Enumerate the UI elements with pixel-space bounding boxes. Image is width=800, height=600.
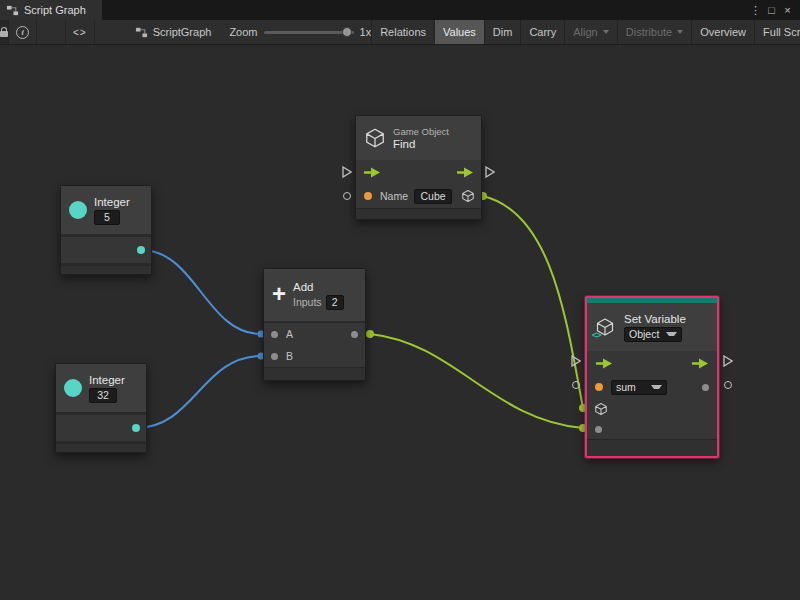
node-footer <box>356 208 481 219</box>
node-title: Set Variable <box>624 313 686 325</box>
relations-button[interactable]: Relations <box>371 20 434 44</box>
node-title: Integer <box>94 196 130 208</box>
value-input-port[interactable] <box>343 192 351 200</box>
node-footer <box>61 265 151 274</box>
chevron-down-icon <box>666 332 677 336</box>
lock-icon <box>0 31 8 37</box>
button-label: Carry <box>529 26 556 38</box>
chevron-down-icon <box>677 30 683 34</box>
chevron-down-icon <box>603 30 609 34</box>
game-object-output-port[interactable] <box>461 189 475 203</box>
button-label: Values <box>443 26 476 38</box>
button-label: Relations <box>380 26 426 38</box>
add-output-port[interactable] <box>351 331 358 338</box>
node-title: Add <box>293 281 344 293</box>
variable-name-value: sum <box>616 381 636 393</box>
dim-button[interactable]: Dim <box>484 20 521 44</box>
flow-out-arrow-icon[interactable] <box>456 167 474 178</box>
values-button[interactable]: Values <box>434 20 484 44</box>
graph-toolbar: i <> ScriptGraph Zoom 1x Relations Value… <box>0 20 800 45</box>
lock-button[interactable] <box>0 20 9 44</box>
set-variable-icon: <> <box>595 317 617 337</box>
window-controls: ⋮ □ × <box>748 0 800 20</box>
inputs-label: Inputs <box>293 296 322 308</box>
button-label: Dim <box>493 26 513 38</box>
variable-code-icon: <> <box>592 330 601 340</box>
window-maximize-button[interactable]: □ <box>764 1 779 19</box>
flow-out-arrow-icon[interactable] <box>691 358 709 369</box>
align-button[interactable]: Align <box>564 20 616 44</box>
zoom-slider[interactable] <box>264 31 354 34</box>
variable-name-dropdown[interactable]: sum <box>611 380 667 395</box>
node-title: Integer <box>89 374 125 386</box>
integer-icon <box>69 201 87 219</box>
tab-title: Script Graph <box>24 4 86 16</box>
button-label: Align <box>573 26 597 38</box>
port-label-b: B <box>286 350 293 362</box>
node-footer <box>264 367 365 380</box>
variable-name-port[interactable] <box>595 383 603 391</box>
node-category: Game Object <box>393 126 449 137</box>
window-menu-button[interactable]: ⋮ <box>748 1 763 19</box>
carry-button[interactable]: Carry <box>520 20 564 44</box>
name-input-port[interactable] <box>364 192 372 200</box>
graph-name: ScriptGraph <box>153 26 212 38</box>
variable-output-port[interactable] <box>702 384 709 391</box>
button-label: Overview <box>700 26 746 38</box>
info-icon: i <box>16 26 29 39</box>
node-footer <box>587 439 717 456</box>
node-footer <box>56 443 146 452</box>
zoom-control: Zoom 1x <box>229 20 371 44</box>
object-target-port[interactable] <box>594 402 608 416</box>
button-label: Distribute <box>626 26 672 38</box>
add-node[interactable]: + Add Inputs 2 A B <box>263 268 366 381</box>
info-button[interactable]: i <box>9 20 37 44</box>
integer-output-port[interactable] <box>132 424 140 432</box>
graph-icon <box>135 26 148 39</box>
find-node[interactable]: Game Object Find Name Cube <box>355 115 482 220</box>
name-label: Name <box>380 190 408 202</box>
zoom-value: 1x <box>360 26 372 38</box>
code-view-button[interactable]: <> <box>65 20 95 44</box>
graph-breadcrumb[interactable]: ScriptGraph <box>129 20 218 44</box>
fullscreen-button[interactable]: Full Screen <box>754 20 800 44</box>
window-titlebar: Script Graph ⋮ □ × <box>0 0 800 20</box>
flow-in-arrow-icon[interactable] <box>363 167 381 178</box>
integer-icon <box>64 379 82 397</box>
variable-scope-dropdown[interactable]: Object <box>624 327 682 342</box>
zoom-label: Zoom <box>229 26 257 38</box>
integer-node-5[interactable]: Integer 5 <box>60 185 152 275</box>
value-output-port-external[interactable] <box>724 381 732 389</box>
control-output-port[interactable] <box>485 166 495 178</box>
name-value-field[interactable]: Cube <box>414 189 452 204</box>
integer-node-32[interactable]: Integer 32 <box>55 363 147 453</box>
value-input-port-external[interactable] <box>572 381 580 389</box>
control-input-port[interactable] <box>571 355 581 367</box>
code-icon: <> <box>73 27 87 38</box>
integer-value-field[interactable]: 5 <box>94 210 120 225</box>
distribute-button[interactable]: Distribute <box>617 20 691 44</box>
add-input-b-port[interactable] <box>271 353 278 360</box>
value-input-port[interactable] <box>595 426 602 433</box>
node-title: Find <box>393 138 449 150</box>
integer-output-port[interactable] <box>137 246 145 254</box>
add-icon: + <box>272 285 286 303</box>
chevron-down-icon <box>651 385 662 389</box>
overview-button[interactable]: Overview <box>691 20 754 44</box>
set-variable-node[interactable]: <> Set Variable Object sum <box>585 296 719 458</box>
button-label: Full Screen <box>763 26 800 38</box>
port-label-a: A <box>286 328 293 340</box>
window-close-button[interactable]: × <box>780 1 795 19</box>
script-graph-icon <box>6 4 19 17</box>
flow-in-arrow-icon[interactable] <box>595 358 613 369</box>
control-output-port[interactable] <box>723 355 733 367</box>
game-object-cube-icon <box>364 127 386 149</box>
control-input-port[interactable] <box>342 166 352 178</box>
inputs-count-field[interactable]: 2 <box>326 295 344 310</box>
zoom-slider-handle[interactable] <box>342 27 352 37</box>
toolbar-buttons: Relations Values Dim Carry Align Distrib… <box>371 20 800 44</box>
scope-value: Object <box>629 328 659 340</box>
tab-script-graph[interactable]: Script Graph <box>0 0 102 20</box>
add-input-a-port[interactable] <box>271 331 278 338</box>
integer-value-field[interactable]: 32 <box>89 388 117 403</box>
